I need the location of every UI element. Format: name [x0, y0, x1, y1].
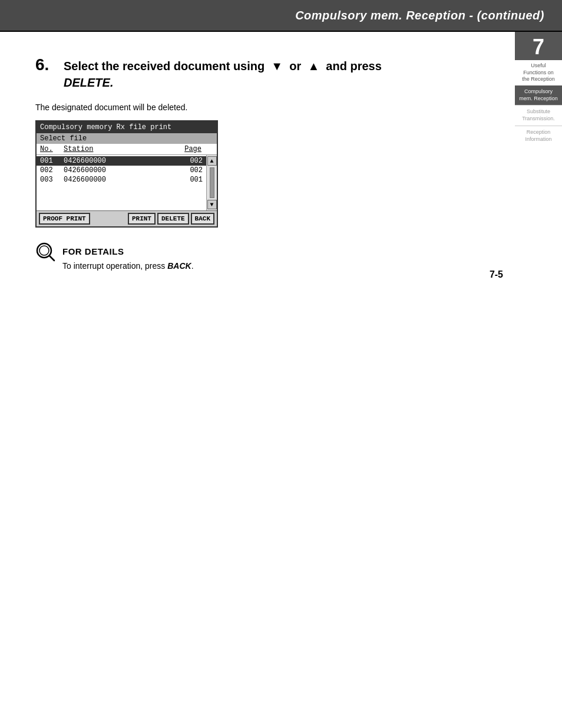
row2-station: 0426600000 [64, 166, 173, 174]
sidebar-item-reception: ReceptionInformation [515, 126, 562, 146]
step-heading: 6. Select the received document using ▼ … [35, 55, 533, 91]
screen-row-empty-3 [37, 201, 206, 209]
scroll-up-button[interactable]: ▲ [207, 156, 217, 166]
col-no: No. [40, 145, 64, 153]
for-details-label: FOR DETAILS [62, 244, 194, 256]
screen-row-3: 003 0426600000 001 [37, 175, 206, 185]
description-text: The designated document will be deleted. [35, 103, 533, 112]
header-bar: Compulsory mem. Reception - (continued) [0, 0, 562, 31]
row2-page: 002 [173, 166, 203, 174]
sidebar-chapter-number: 7 [515, 32, 562, 60]
header-title: Compulsory mem. Reception - (continued) [295, 9, 544, 22]
sidebar-active-item: Compulsorymem. Reception [515, 85, 562, 105]
for-details-body: To interrupt operation, press BACK. [62, 261, 194, 271]
scroll-down-button[interactable]: ▼ [207, 200, 217, 209]
screen-row-empty-2 [37, 193, 206, 201]
row2-no: 002 [40, 166, 64, 174]
screen-column-headers: No. Station Page [37, 144, 217, 155]
screen-row-2: 002 0426600000 002 [37, 166, 206, 175]
delete-button[interactable]: DELETE [157, 213, 189, 225]
scroll-track [210, 167, 214, 198]
and-text: and [326, 60, 347, 73]
sidebar-chapter-label: UsefulFunctions onthe Reception [515, 60, 562, 85]
svg-point-1 [39, 246, 49, 255]
row1-station: 0426600000 [64, 157, 173, 165]
screen-buttons-bar: PROOF PRINT PRINT DELETE BACK [37, 210, 217, 226]
screen-title: Compulsory memory Rx file print [37, 121, 217, 133]
sidebar-label-text: UsefulFunctions onthe Reception [522, 62, 555, 82]
sidebar-reception-label: ReceptionInformation [525, 129, 551, 142]
sidebar-substitute-label: SubstituteTransmission. [522, 108, 555, 121]
step-number: 6. [35, 55, 53, 74]
main-content: 6. Select the received document using ▼ … [0, 32, 562, 298]
screen-row-1: 001 0426600000 002 [37, 156, 206, 166]
col-page: Page [172, 145, 201, 153]
step-text: Select the received document using ▼ or … [64, 58, 382, 91]
row3-page: 001 [173, 176, 203, 184]
proof-print-button[interactable]: PROOF PRINT [39, 213, 90, 225]
or-text: or [289, 60, 301, 73]
col-station: Station [64, 145, 172, 153]
page-number: 7-5 [490, 269, 503, 280]
down-arrow-symbol: ▼ [271, 60, 283, 73]
right-sidebar: 7 UsefulFunctions onthe Reception Compul… [515, 32, 562, 298]
screen-rows-area: 001 0426600000 002 002 0426600000 002 00… [37, 155, 217, 210]
row1-no: 001 [40, 157, 64, 165]
sidebar-active-label: Compulsorymem. Reception [519, 88, 558, 101]
back-button[interactable]: BACK [191, 213, 214, 225]
up-arrow-symbol: ▲ [308, 60, 319, 73]
search-icon [35, 242, 57, 263]
for-details-intro: To interrupt operation, press [62, 261, 167, 271]
screen-subtitle: Select file [37, 133, 217, 144]
screen-row-empty-1 [37, 185, 206, 193]
screen-rows: 001 0426600000 002 002 0426600000 002 00… [37, 155, 206, 210]
row3-station: 0426600000 [64, 176, 173, 184]
print-button[interactable]: PRINT [128, 213, 156, 225]
delete-label: DELETE. [64, 76, 113, 89]
screen-scrollbar: ▲ ▼ [206, 155, 217, 210]
row1-page: 002 [173, 157, 203, 165]
for-details-text-block: FOR DETAILS To interrupt operation, pres… [62, 244, 194, 271]
svg-line-2 [49, 256, 54, 261]
for-details-period: . [191, 261, 194, 271]
sidebar-item-substitute: SubstituteTransmission. [515, 105, 562, 125]
screen-mockup: Compulsory memory Rx file print Select f… [35, 120, 218, 228]
for-details-section: FOR DETAILS To interrupt operation, pres… [35, 244, 533, 271]
row3-no: 003 [40, 176, 64, 184]
for-details-bold: BACK [167, 261, 191, 271]
